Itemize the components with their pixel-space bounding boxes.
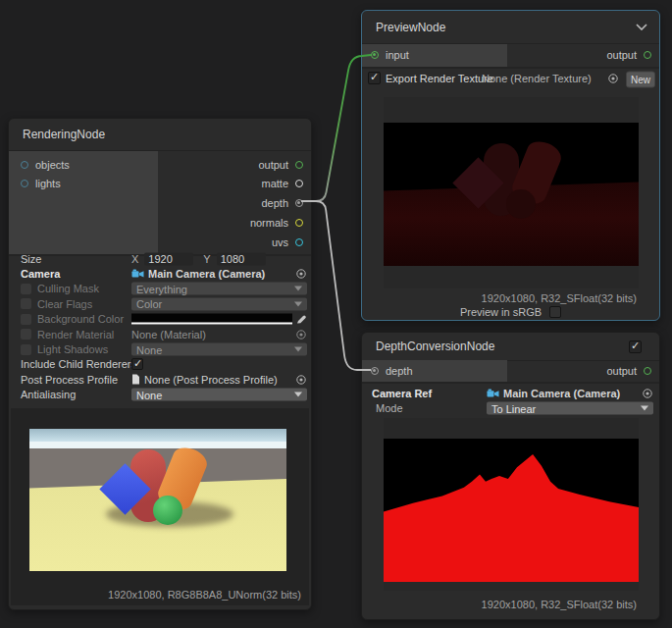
eyedropper-icon[interactable]: [296, 314, 307, 325]
port-circle-uvs[interactable]: [295, 238, 303, 246]
property-row-background-color: Background Color: [9, 312, 311, 327]
object-picker-icon[interactable]: [295, 329, 307, 340]
render-material-override-checkbox[interactable]: [21, 329, 31, 340]
rendering-node-header[interactable]: RenderingNode: [9, 119, 311, 151]
property-row-render-material: Render Material None (Material): [9, 327, 311, 341]
port-label-normals: normals: [250, 217, 288, 229]
object-picker-icon[interactable]: [607, 73, 619, 84]
chevron-down-icon: [294, 347, 302, 352]
property-row-culling-mask: Culling Mask Everything: [9, 282, 311, 296]
input-ports-panel: objects lights: [9, 151, 158, 254]
port-circle-output[interactable]: [295, 161, 303, 169]
depth-conversion-node-preview-image: [384, 439, 639, 582]
rendering-node[interactable]: RenderingNode objects lights output matt…: [8, 118, 312, 610]
port-input[interactable]: input: [371, 47, 409, 63]
culling-mask-override-checkbox[interactable]: [21, 284, 31, 294]
port-matte[interactable]: matte: [261, 176, 303, 191]
port-label-matte: matte: [261, 178, 288, 189]
port-lights[interactable]: lights: [21, 176, 61, 191]
post-process-profile-object-field[interactable]: None (Post Process Profile): [144, 374, 278, 386]
culling-mask-dropdown[interactable]: Everything: [131, 283, 307, 295]
preview-node-title: PreviewNode: [376, 21, 445, 34]
object-picker-icon[interactable]: [295, 268, 307, 280]
rendering-node-properties: Size X 1920 Y 1080 Camera Main Camera (C…: [9, 251, 311, 402]
property-row-clear-flags: Clear Flags Color: [9, 296, 311, 311]
background-color-swatch[interactable]: [131, 314, 292, 325]
antialiasing-dropdown[interactable]: None: [131, 389, 307, 401]
port-label-depth: depth: [261, 197, 288, 209]
post-process-profile-label: Post Process Profile: [21, 374, 118, 386]
port-output[interactable]: output: [606, 363, 651, 379]
preview-in-srgb-label: Preview in sRGB: [460, 306, 542, 318]
port-label-output: output: [258, 159, 288, 171]
preview-node-preview: [384, 97, 639, 288]
preview-in-srgb-checkbox[interactable]: [549, 306, 561, 318]
node-enabled-checkbox[interactable]: [629, 340, 642, 353]
render-material-object-field[interactable]: None (Material): [131, 329, 206, 340]
port-uvs[interactable]: uvs: [272, 235, 303, 250]
property-row-include-child-renderers: Include Child Renderers: [9, 357, 311, 372]
port-circle-output[interactable]: [644, 51, 651, 59]
input-ports-panel: depth: [362, 360, 507, 382]
port-objects[interactable]: objects: [21, 157, 70, 173]
antialiasing-value: None: [136, 389, 162, 400]
background-color-override-checkbox[interactable]: [21, 314, 31, 325]
light-shadows-value: None: [136, 343, 162, 355]
port-circle-normals[interactable]: [295, 219, 303, 227]
object-picker-icon[interactable]: [295, 374, 307, 386]
preview-node-ports: input output: [362, 44, 659, 69]
export-render-texture-object-field[interactable]: None (Render Texture): [482, 73, 592, 84]
collapse-chevron-icon[interactable]: [636, 24, 647, 30]
size-y-label: Y: [203, 253, 210, 265]
export-render-texture-label: Export Render Texture: [386, 73, 493, 84]
preview-node-preview-caption: 1920x1080, R32_SFloat(32 bits): [482, 292, 637, 304]
size-x-field[interactable]: 1920: [144, 252, 193, 265]
node-graph-canvas[interactable]: RenderingNode objects lights output matt…: [0, 0, 672, 628]
port-circle-input[interactable]: [371, 51, 379, 59]
rendering-node-preview-image: [29, 429, 286, 571]
camera-ref-object-field[interactable]: Main Camera (Camera): [503, 388, 620, 399]
port-depth-input[interactable]: depth: [371, 363, 413, 379]
port-normals[interactable]: normals: [250, 215, 303, 231]
clear-flags-override-checkbox[interactable]: [21, 298, 31, 309]
depth-sphere: [506, 189, 536, 219]
port-output[interactable]: output: [606, 47, 651, 63]
port-circle-depth-input[interactable]: [371, 367, 379, 375]
port-circle-lights[interactable]: [21, 180, 28, 187]
property-row-mode: Mode To Linear: [362, 400, 659, 415]
port-circle-depth[interactable]: [295, 199, 303, 207]
light-shadows-override-checkbox[interactable]: [21, 344, 31, 355]
mode-dropdown[interactable]: To Linear: [487, 402, 653, 415]
linear-depth-red-silhouette: [384, 439, 639, 582]
port-circle-output[interactable]: [644, 367, 651, 375]
include-child-renderers-checkbox[interactable]: [131, 358, 143, 370]
preview-node[interactable]: PreviewNode input output Export Render T…: [361, 10, 660, 321]
property-row-post-process-profile: Post Process Profile None (Post Process …: [9, 372, 311, 387]
port-label-output: output: [606, 49, 637, 61]
mode-label: Mode: [376, 402, 403, 414]
camera-ref-label: Camera Ref: [372, 388, 432, 399]
port-circle-objects[interactable]: [21, 161, 28, 169]
preview-node-header[interactable]: PreviewNode: [362, 11, 659, 44]
export-render-texture-checkbox[interactable]: [368, 72, 381, 84]
port-circle-matte[interactable]: [295, 180, 303, 187]
depth-conversion-node[interactable]: DepthConversionNode depth output Camera …: [361, 332, 660, 620]
port-label-lights: lights: [35, 178, 61, 189]
port-output[interactable]: output: [258, 157, 303, 173]
file-icon: [131, 374, 140, 385]
clear-flags-dropdown[interactable]: Color: [131, 297, 307, 310]
chevron-down-icon: [641, 406, 648, 411]
property-row-camera-ref: Camera Ref Main Camera (Camera): [362, 386, 659, 400]
rendering-node-preview-caption: 1920x1080, R8G8B8A8_UNorm(32 bits): [108, 589, 301, 601]
preview-in-srgb-row: Preview in sRGB: [362, 306, 659, 318]
size-y-field[interactable]: 1080: [217, 252, 266, 265]
camera-object-field[interactable]: Main Camera (Camera): [148, 268, 265, 280]
light-shadows-dropdown[interactable]: None: [131, 343, 307, 356]
new-render-texture-button[interactable]: New: [626, 72, 655, 88]
port-depth[interactable]: depth: [261, 195, 303, 211]
chevron-down-icon: [294, 301, 302, 306]
size-label: Size: [21, 253, 41, 265]
depth-conversion-node-header[interactable]: DepthConversionNode: [362, 333, 659, 361]
object-picker-icon[interactable]: [642, 388, 653, 399]
depth-conversion-node-ports: depth output: [362, 360, 659, 384]
